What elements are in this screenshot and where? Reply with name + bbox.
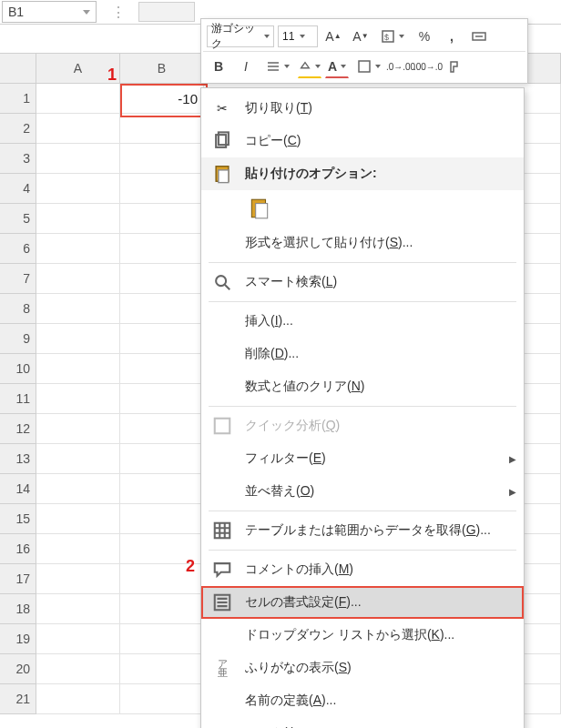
cell-B1[interactable]: -10 <box>120 84 204 114</box>
cell-B8[interactable] <box>120 294 204 324</box>
menu-filter[interactable]: フィルター(E) <box>201 442 524 475</box>
bold-icon[interactable]: B <box>207 56 230 77</box>
cell-B9[interactable] <box>120 324 204 354</box>
cell-B3[interactable] <box>120 144 204 174</box>
cell-A1[interactable] <box>36 84 120 114</box>
format-painter-icon[interactable] <box>444 56 467 77</box>
row-header-16[interactable]: 16 <box>0 534 36 564</box>
row-header-21[interactable]: 21 <box>0 684 36 714</box>
menu-define-name[interactable]: 名前の定義(A)... <box>201 684 524 717</box>
chevron-down-icon <box>83 10 90 15</box>
cell-A15[interactable] <box>36 504 120 534</box>
font-color-icon[interactable]: A <box>325 56 349 78</box>
cell-A17[interactable] <box>36 564 120 594</box>
menu-link[interactable]: リンク(I) <box>201 717 524 728</box>
row-header-12[interactable]: 12 <box>0 414 36 444</box>
row-header-10[interactable]: 10 <box>0 354 36 384</box>
col-header-B[interactable]: B <box>120 54 204 84</box>
cell-A12[interactable] <box>36 414 120 444</box>
row-header-2[interactable]: 2 <box>0 114 36 144</box>
menu-format-cells[interactable]: セルの書式設定(F)... <box>201 586 524 619</box>
italic-icon[interactable]: I <box>234 56 258 77</box>
row-header-18[interactable]: 18 <box>0 594 36 624</box>
merge-center-icon[interactable] <box>467 25 491 47</box>
cell-B13[interactable] <box>120 444 204 474</box>
align-icon[interactable] <box>261 56 294 77</box>
menu-delete[interactable]: 削除(D)... <box>201 338 524 370</box>
accounting-format-icon[interactable]: $ <box>376 25 409 47</box>
row-header-11[interactable]: 11 <box>0 384 36 414</box>
menu-get-data-from-table[interactable]: テーブルまたは範囲からデータを取得(G)... <box>201 514 524 547</box>
cell-B18[interactable] <box>120 594 204 624</box>
menu-insert[interactable]: 挿入(I)... <box>201 305 524 338</box>
cell-A7[interactable] <box>36 264 120 294</box>
cell-B20[interactable] <box>120 654 204 684</box>
cell-A4[interactable] <box>36 174 120 204</box>
percent-icon[interactable]: % <box>413 25 436 47</box>
decrease-decimal-icon[interactable]: .00→.0 <box>416 56 440 77</box>
increase-decimal-icon[interactable]: .0→.00 <box>389 56 413 77</box>
menu-copy[interactable]: コピー(C) <box>201 125 524 157</box>
cell-B15[interactable] <box>120 504 204 534</box>
cell-B12[interactable] <box>120 414 204 444</box>
cell-A9[interactable] <box>36 324 120 354</box>
menu-cut[interactable]: ✂ 切り取り(T) <box>201 92 524 125</box>
paste-default-icon[interactable] <box>245 194 274 223</box>
row-header-13[interactable]: 13 <box>0 444 36 474</box>
row-header-9[interactable]: 9 <box>0 324 36 354</box>
row-header-14[interactable]: 14 <box>0 474 36 504</box>
cell-A8[interactable] <box>36 294 120 324</box>
row-header-4[interactable]: 4 <box>0 174 36 204</box>
row-header-17[interactable]: 17 <box>0 564 36 594</box>
cell-B14[interactable] <box>120 474 204 504</box>
cell-A14[interactable] <box>36 474 120 504</box>
menu-sort[interactable]: 並べ替え(O) <box>201 475 524 508</box>
cell-B19[interactable] <box>120 624 204 654</box>
increase-font-icon[interactable]: A▲ <box>321 25 345 47</box>
row-header-6[interactable]: 6 <box>0 234 36 264</box>
font-size-selector[interactable]: 11 <box>278 25 318 47</box>
row-header-5[interactable]: 5 <box>0 204 36 234</box>
border-icon[interactable] <box>352 56 385 77</box>
cell-B6[interactable] <box>120 234 204 264</box>
cell-A19[interactable] <box>36 624 120 654</box>
cell-B11[interactable] <box>120 384 204 414</box>
menu-pick-from-dropdown[interactable]: ドロップダウン リストから選択(K)... <box>201 619 524 652</box>
row-header-8[interactable]: 8 <box>0 294 36 324</box>
cell-A3[interactable] <box>36 144 120 174</box>
fill-color-icon[interactable] <box>298 56 321 78</box>
row-header-1[interactable]: 1 <box>0 84 36 114</box>
comma-icon[interactable]: , <box>440 25 464 47</box>
decrease-font-icon[interactable]: A▼ <box>349 25 372 47</box>
cell-B5[interactable] <box>120 204 204 234</box>
row-header-3[interactable]: 3 <box>0 144 36 174</box>
cell-A2[interactable] <box>36 114 120 144</box>
menu-clear[interactable]: 数式と値のクリア(N) <box>201 370 524 403</box>
cell-A18[interactable] <box>36 594 120 624</box>
menu-insert-comment[interactable]: コメントの挿入(M) <box>201 553 524 586</box>
cell-B10[interactable] <box>120 354 204 384</box>
cell-B7[interactable] <box>120 264 204 294</box>
cell-A10[interactable] <box>36 354 120 384</box>
cell-A5[interactable] <box>36 204 120 234</box>
name-box[interactable]: B1 <box>2 1 97 23</box>
menu-show-furigana[interactable]: ア亜 ふりがなの表示(S) <box>201 652 524 684</box>
font-name-selector[interactable]: 游ゴシック <box>207 25 274 47</box>
cell-A21[interactable] <box>36 684 120 714</box>
row-header-7[interactable]: 7 <box>0 264 36 294</box>
row-header-20[interactable]: 20 <box>0 654 36 684</box>
cell-B2[interactable] <box>120 114 204 144</box>
cell-A6[interactable] <box>36 234 120 264</box>
row-header-15[interactable]: 15 <box>0 504 36 534</box>
cell-B4[interactable] <box>120 174 204 204</box>
cell-B21[interactable] <box>120 684 204 714</box>
menu-smart-lookup[interactable]: スマート検索(L) <box>201 266 524 298</box>
cell-A11[interactable] <box>36 384 120 414</box>
select-all-corner[interactable] <box>0 54 36 84</box>
menu-paste-special[interactable]: 形式を選択して貼り付け(S)... <box>201 227 524 259</box>
cell-A13[interactable] <box>36 444 120 474</box>
cell-A20[interactable] <box>36 654 120 684</box>
row-header-19[interactable]: 19 <box>0 624 36 654</box>
svg-rect-9 <box>256 204 268 218</box>
cell-A16[interactable] <box>36 534 120 564</box>
